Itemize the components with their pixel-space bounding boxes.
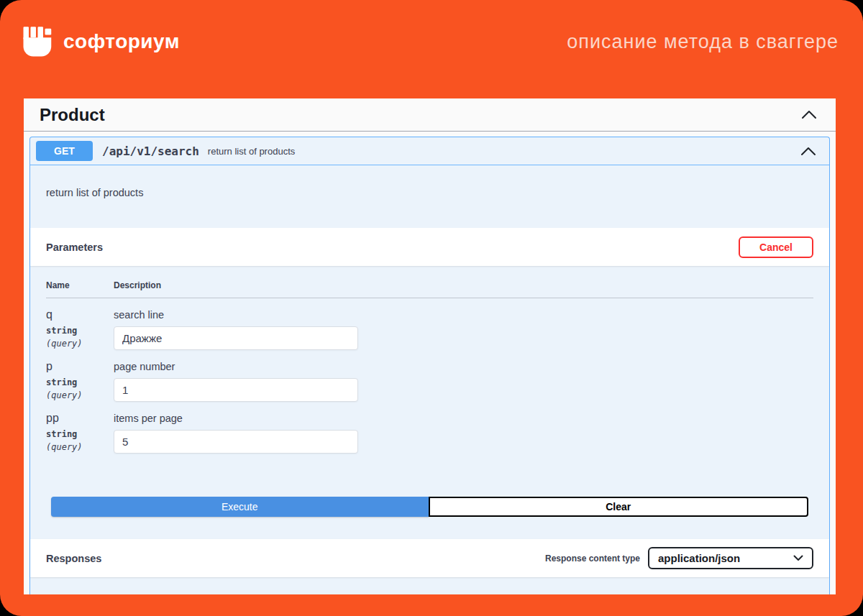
parameters-title: Parameters [46,242,103,253]
response-content-type-value: application/json [658,552,740,564]
param-type: string [46,429,114,439]
tag-section-title: Product [40,105,105,125]
param-location: (query) [46,339,114,349]
page-background: софториум описание метода в сваггере Pro… [0,0,863,616]
table-header-row: Name Description [46,266,813,298]
param-description: search line [114,308,813,322]
table-row: p string (query) page number [46,350,813,402]
swagger-card: Product GET /api/v1/search return list o… [24,98,836,594]
param-description: items per page [114,411,813,426]
operation-path: /api/v1/search [102,144,199,158]
execute-wrapper: Execute Clear [30,454,829,517]
method-badge[interactable]: GET [36,141,93,161]
cancel-button[interactable]: Cancel [739,236,813,258]
param-q-input[interactable] [114,326,358,350]
top-bar: софториум описание метода в сваггере [0,0,863,69]
operation-summary: return list of products [208,146,295,157]
operation-description: return list of products [30,165,829,228]
responses-title: Responses [46,553,101,564]
opblock-header[interactable]: GET /api/v1/search return list of produc… [30,137,829,165]
parameters-table: Name Description q string (query) search… [30,266,829,454]
clear-button[interactable]: Clear [429,497,809,517]
opblock-get: GET /api/v1/search return list of produc… [29,137,830,594]
opblock-collapse-button[interactable] [798,144,819,159]
param-name: q [46,308,114,322]
param-p-input[interactable] [114,378,358,402]
param-type: string [46,326,114,336]
parameters-header: Parameters Cancel [30,228,829,266]
chevron-down-icon [793,555,803,561]
tag-collapse-button[interactable] [798,107,820,122]
response-content-type-label: Response content type [545,553,640,564]
table-row: q string (query) search line [46,298,813,350]
param-pp-input[interactable] [114,430,358,454]
param-location: (query) [46,390,114,400]
param-description: page number [114,359,813,374]
page-tagline: описание метода в сваггере [567,31,839,53]
logo-text: софториум [63,30,180,53]
chevron-up-icon [800,147,816,156]
column-header-name: Name [46,280,114,290]
tag-section-header[interactable]: Product [24,98,836,132]
fist-icon [22,26,54,58]
response-content-type-select[interactable]: application/json [648,547,813,569]
column-header-description: Description [114,280,813,290]
table-row: pp string (query) items per page [46,402,813,454]
logo: софториум [22,26,180,58]
chevron-up-icon [801,110,817,119]
execute-button[interactable]: Execute [51,497,429,517]
param-name: p [46,359,114,374]
param-type: string [46,377,114,387]
param-name: pp [46,411,114,426]
responses-header: Responses Response content type applicat… [30,539,829,577]
param-location: (query) [46,442,114,452]
